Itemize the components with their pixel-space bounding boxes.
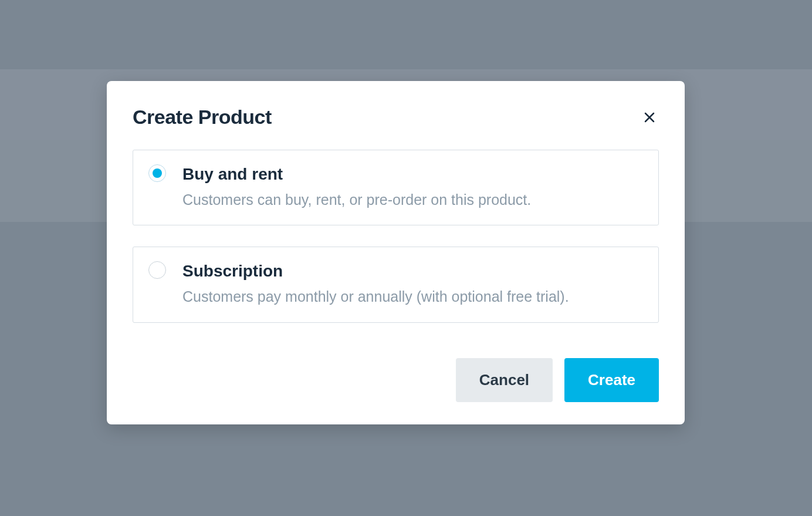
create-product-modal: Create Product Buy and rent Customers ca… [107, 81, 685, 424]
modal-footer: Cancel Create [133, 358, 659, 402]
close-button[interactable] [640, 108, 659, 127]
option-text: Subscription Customers pay monthly or an… [182, 261, 643, 306]
close-icon [642, 110, 657, 124]
option-subscription[interactable]: Subscription Customers pay monthly or an… [133, 247, 659, 322]
option-title: Subscription [182, 261, 643, 281]
modal-header: Create Product [133, 106, 659, 129]
option-description: Customers pay monthly or annually (with … [182, 287, 643, 307]
create-button[interactable]: Create [564, 358, 659, 402]
radio-buy-and-rent[interactable] [148, 164, 166, 182]
cancel-button[interactable]: Cancel [456, 358, 553, 402]
option-text: Buy and rent Customers can buy, rent, or… [182, 164, 643, 210]
option-description: Customers can buy, rent, or pre-order on… [182, 190, 643, 210]
option-title: Buy and rent [182, 164, 643, 184]
modal-title: Create Product [133, 106, 272, 129]
option-buy-and-rent[interactable]: Buy and rent Customers can buy, rent, or… [133, 150, 659, 225]
radio-subscription[interactable] [148, 261, 166, 279]
